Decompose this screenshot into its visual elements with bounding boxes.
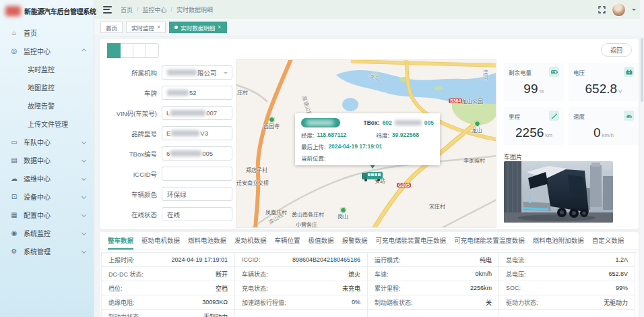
sidebar-item[interactable]: ▤ 数据中心 xyxy=(0,151,94,169)
cell-value: 断开 xyxy=(216,270,228,279)
detail-tabs: 整车数据 驱动电机数据 燃料电池数据 发动机数据 车辆位置 极值数据 报警数据 … xyxy=(100,232,639,250)
detail-cell: 档位: 空档 xyxy=(102,281,235,295)
sidebar-item[interactable]: ⌂ 首页 xyxy=(0,24,94,42)
sidebar-item[interactable]: 故障告警 xyxy=(0,96,94,115)
detail-tab[interactable]: 可充电储能装置电压数据 xyxy=(376,232,447,250)
detail-cell: 绝缘电阻: 30093KΩ xyxy=(102,295,235,310)
form-row: VIN码(车架号) L 007 xyxy=(102,106,232,120)
detail-tab[interactable]: 可充电储能装置温度数据 xyxy=(454,232,525,250)
form-input[interactable]: E V3 xyxy=(162,126,232,140)
form-input[interactable]: 在线 xyxy=(162,207,232,221)
tag-view[interactable]: 实时数据明细 × xyxy=(169,22,226,33)
sidebar-collapse-icon[interactable] xyxy=(103,6,112,13)
cell-value: 无驱动力 xyxy=(604,298,628,307)
map-canvas[interactable]: 庄村 西园寺 郑店子村 迁安南立交桥 xyxy=(236,59,496,228)
panel-tabs xyxy=(108,43,159,58)
form-input[interactable]: 6 005 xyxy=(162,146,232,161)
detail-cell: 制动踏板状态: 关 xyxy=(368,295,499,310)
panel-tab[interactable] xyxy=(146,43,159,58)
form-input[interactable]: 环保绿 xyxy=(162,187,232,201)
detail-tab[interactable]: 报警数据 xyxy=(342,232,368,250)
sidebar: 新能源汽车后台管理系统 ⌂ 首页 ◎ 监控中心 实时监控 xyxy=(0,0,94,317)
sidebar-item[interactable]: ◉ 系统监控 xyxy=(0,224,94,242)
sidebar-item-icon: ▤ xyxy=(10,156,18,164)
detail-cell xyxy=(368,310,499,317)
sidebar-item-icon: ▦ xyxy=(10,211,18,219)
breadcrumb: 首页 / 监控中心 / 实时数据明细 xyxy=(121,5,213,14)
app-title: 新能源汽车后台管理系统 xyxy=(24,6,96,16)
form-label: 车牌 xyxy=(102,88,162,98)
chevron-down-icon xyxy=(82,249,86,254)
sidebar-item-icon: ◉ xyxy=(10,229,18,237)
cell-key: ICCID: xyxy=(242,256,260,263)
sidebar-item[interactable]: ⊡ 设备中心 xyxy=(0,188,94,206)
detail-cell: 总电压: 652.8V xyxy=(499,267,635,281)
back-button[interactable]: 返回 xyxy=(601,43,632,57)
masked-text xyxy=(395,120,422,125)
form-row: 车辆颜色 环保绿 xyxy=(102,187,232,201)
cell-value: 0% xyxy=(352,299,360,306)
form-input[interactable]: 限公司 xyxy=(162,65,232,80)
fullscreen-icon[interactable] xyxy=(598,6,606,13)
sidebar-item[interactable]: ◎ 监控中心 xyxy=(0,42,94,60)
tag-view[interactable]: 实时监控 × xyxy=(126,22,166,33)
car-image-label: 车图片 xyxy=(504,152,522,161)
tag-dot xyxy=(174,26,178,29)
form-row: 在线状态 在线 xyxy=(102,207,232,221)
page-scrollbar xyxy=(640,0,644,317)
form-input[interactable]: 52 xyxy=(162,86,232,100)
form-label: 所属机构 xyxy=(102,68,162,78)
cell-key: 运行模式: xyxy=(375,256,401,264)
breadcrumb-item[interactable]: 首页 xyxy=(121,5,133,14)
form-row: ICCID号 xyxy=(102,167,232,181)
cell-value: 熄火 xyxy=(348,270,360,279)
tag-close-icon[interactable]: × xyxy=(218,24,221,30)
cell-key: 加速踏板行程值: xyxy=(242,298,286,307)
detail-cell: 上报时间: 2024-04-19 17:19:01 xyxy=(102,253,235,267)
sidebar-item[interactable]: ☁ 运维中心 xyxy=(0,169,94,188)
detail-cell: SOC: 99% xyxy=(499,281,635,295)
chevron-down-icon xyxy=(82,194,86,199)
map-label: G205 xyxy=(397,182,411,188)
vehicle-form: 所属机构 限公司 车牌 52 VIN码(车架号) xyxy=(102,65,232,227)
sidebar-item[interactable]: 地图监控 xyxy=(0,78,94,96)
panel-tab[interactable] xyxy=(120,43,133,58)
lng-label: 经度: xyxy=(301,131,314,139)
cell-key: 累计里程: xyxy=(375,284,401,293)
form-input[interactable] xyxy=(162,167,232,181)
detail-cell: 总电流: 1.2A xyxy=(499,253,635,267)
cell-key: 制动力状态: xyxy=(108,312,141,317)
map-label: 李家峪村 xyxy=(463,158,485,164)
sidebar-item[interactable]: 上传文件管理 xyxy=(0,115,94,133)
scrollbar-thumb[interactable] xyxy=(641,38,643,102)
detail-tab[interactable]: 驱动电机数据 xyxy=(141,232,180,250)
form-input[interactable]: L 007 xyxy=(162,106,232,120)
cell-value: 30093KΩ xyxy=(202,299,228,306)
detail-tab[interactable]: 整车数据 xyxy=(108,232,133,250)
panel-tab[interactable] xyxy=(107,43,121,58)
detail-cell: 车辆状态: 熄火 xyxy=(235,267,368,281)
detail-tab[interactable]: 燃料电池附加数据 xyxy=(533,232,584,250)
detail-tab[interactable]: 燃料电池数据 xyxy=(188,232,226,250)
breadcrumb-item[interactable]: 监控中心 xyxy=(143,5,167,14)
detail-tab[interactable]: 极值数据 xyxy=(309,232,334,250)
map-label: 西园寺 xyxy=(263,117,280,129)
user-menu-caret-icon[interactable] xyxy=(632,9,636,13)
cell-value: 无制动力 xyxy=(203,312,228,317)
sidebar-item[interactable]: ▭ 车队中心 xyxy=(0,133,94,151)
sidebar-item[interactable]: 实时监控 xyxy=(0,60,94,78)
user-avatar[interactable] xyxy=(612,3,626,17)
sidebar-item-icon: ⚙ xyxy=(10,248,18,255)
tag-view[interactable]: 首页 xyxy=(100,22,123,33)
detail-tab[interactable]: 车辆位置 xyxy=(275,232,300,250)
detail-tab[interactable]: 自定义数据 xyxy=(592,232,624,250)
form-row: 品牌型号 E V3 xyxy=(102,126,232,140)
tag-close-icon[interactable]: × xyxy=(157,24,160,30)
stat-value: 2256 xyxy=(515,125,544,140)
plate-badge-masked xyxy=(301,118,340,127)
panel-tab[interactable] xyxy=(133,43,146,58)
sidebar-item[interactable]: ⚙ 系统管理 xyxy=(0,242,94,260)
sidebar-item[interactable]: ▦ 配置中心 xyxy=(0,206,94,224)
detail-tab[interactable]: 发动机数据 xyxy=(234,232,267,250)
detail-cell: 制动力状态: 无制动力 xyxy=(102,310,235,317)
